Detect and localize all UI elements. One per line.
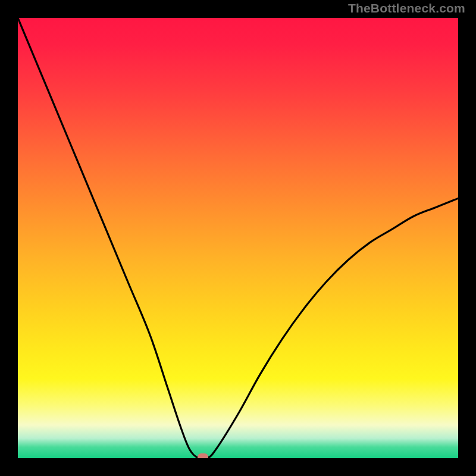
watermark-text: TheBottleneck.com	[348, 1, 465, 15]
minimum-marker	[198, 453, 208, 458]
bottleneck-curve	[18, 18, 458, 458]
chart-frame: TheBottleneck.com	[0, 0, 476, 476]
plot-area	[18, 18, 458, 458]
